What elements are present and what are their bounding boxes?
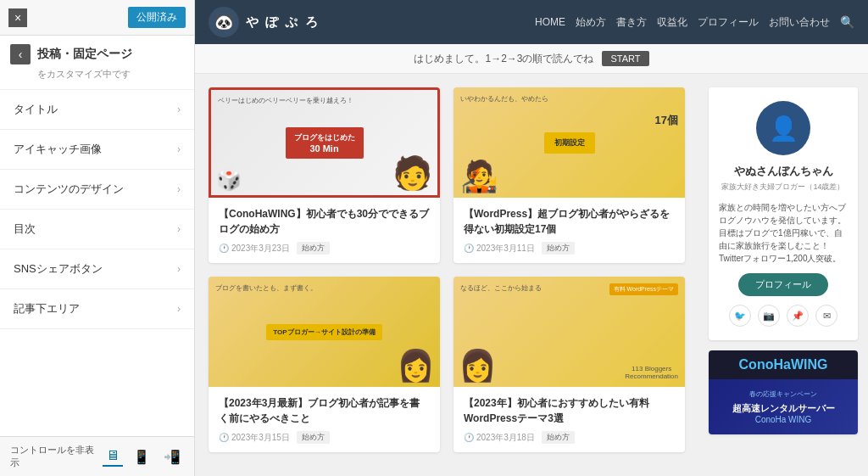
profile-avatar: 👤 bbox=[756, 101, 810, 155]
profile-button[interactable]: プロフィール bbox=[738, 273, 828, 296]
article-card-3[interactable]: ブログを書いたとも、まず書く。 TOPブロガー→サイト設計の準備 👩 【2023… bbox=[209, 277, 440, 452]
article-grid: ベリーはじめのベリーベリーを乗り越えろ！ ブログをはじめた30 Min 🧑 🎲 … bbox=[195, 74, 698, 476]
search-icon[interactable]: 🔍 bbox=[840, 15, 854, 29]
article-title-3: 【2023年3月最新】ブログ初心者が記事を書く前にやるべきこと bbox=[219, 395, 430, 426]
back-button[interactable]: ‹ bbox=[10, 44, 31, 64]
article-category-3: 始め方 bbox=[297, 431, 330, 444]
menu-list: タイトル › アイキャッチ画像 › コンテンツのデザイン › 目次 › SNSシ… bbox=[0, 90, 194, 436]
site-header: 🐼 や ぽ ぷ ろ HOME 始め方 書き方 収益化 プロフィール お問い合わせ… bbox=[195, 0, 868, 44]
ad-logo: ConoHaWING bbox=[715, 357, 851, 372]
nav-links: HOME 始め方 書き方 収益化 プロフィール お問い合わせ 🔍 bbox=[535, 15, 854, 30]
welcome-text: はじめまして。1→2→3の順で読んでね bbox=[414, 52, 593, 66]
thumb-overlay-2: いやわかるんだも、やめたら bbox=[460, 94, 548, 104]
article-meta-4: 🕐 2023年3月18日 始め方 bbox=[464, 431, 675, 444]
article-meta-2: 🕐 2023年3月11日 始め方 bbox=[464, 242, 675, 255]
desktop-view-button[interactable]: 🖥 bbox=[103, 446, 123, 467]
start-button[interactable]: START bbox=[602, 51, 648, 66]
content-area: ベリーはじめのベリーベリーを乗り越えろ！ ブログをはじめた30 Min 🧑 🎲 … bbox=[195, 74, 868, 476]
nav-profile[interactable]: プロフィール bbox=[698, 15, 759, 30]
clock-icon-1: 🕐 bbox=[219, 244, 229, 253]
thumb-figure-2: 🧑‍🎤 bbox=[460, 159, 498, 194]
email-icon[interactable]: ✉ bbox=[815, 305, 837, 327]
article-category-1: 始め方 bbox=[297, 242, 330, 255]
chevron-icon: › bbox=[177, 104, 181, 115]
thumb-figure-1: 🧑 bbox=[392, 154, 432, 192]
thumb-label-2: 初期設定 bbox=[544, 132, 595, 154]
close-button[interactable]: × bbox=[8, 8, 27, 27]
profile-desc: 家族との時間を増やしたい方へブログノウハウを発信しています。目標はブログで1億円… bbox=[719, 201, 848, 265]
profile-sub: 家族大好き夫婦ブロガー（14歳差） bbox=[719, 182, 848, 193]
article-meta-3: 🕐 2023年3月15日 始め方 bbox=[219, 431, 430, 444]
chevron-icon: › bbox=[177, 183, 181, 195]
nav-start[interactable]: 始め方 bbox=[576, 15, 606, 30]
menu-item-toc[interactable]: 目次 › bbox=[0, 210, 194, 249]
article-thumbnail-1: ベリーはじめのベリーベリーを乗り越えろ！ ブログをはじめた30 Min 🧑 🎲 bbox=[209, 87, 440, 198]
thumb-overlay-1: ベリーはじめのベリーベリーを乗り越えろ！ bbox=[218, 97, 395, 105]
avatar-icon: 👤 bbox=[769, 115, 798, 143]
article-thumbnail-2: いやわかるんだも、やめたら 🧑‍🎤 初期設定 17個 bbox=[453, 87, 685, 198]
nav-write[interactable]: 書き方 bbox=[616, 15, 647, 30]
thumb-label-3: TOPブロガー→サイト設計の準備 bbox=[266, 324, 381, 340]
panel-bottom-bar: コントロールを非表示 🖥 📱 📲 bbox=[0, 436, 194, 476]
article-thumbnail-4: なるほど、ここから始まる 有料 WordPressテーマ 113 Blogger… bbox=[453, 277, 685, 387]
mobile-view-button[interactable]: 📲 bbox=[160, 447, 184, 467]
article-body-1: 【ConoHaWING】初心者でも30分でできるブログの始め方 🕐 2023年3… bbox=[209, 198, 440, 263]
thumb-overlay-3: ブログを書いたとも、まず書く。 bbox=[215, 283, 317, 293]
chevron-icon: › bbox=[177, 303, 181, 315]
article-body-2: 【WordPress】超ブログ初心者がやらざるを得ない初期設定17個 🕐 202… bbox=[453, 198, 685, 263]
ad-main-text: 超高速レンタルサーバー bbox=[732, 402, 835, 415]
published-button[interactable]: 公開済み bbox=[128, 7, 186, 28]
preview-area: 🐼 や ぽ ぷ ろ HOME 始め方 書き方 収益化 プロフィール お問い合わせ… bbox=[195, 0, 868, 476]
panel-title: 投稿・固定ページ bbox=[37, 47, 132, 62]
article-title-4: 【2023年】初心者におすすめしたい有料WordPressテーマ3選 bbox=[464, 395, 675, 426]
article-card-4[interactable]: なるほど、ここから始まる 有料 WordPressテーマ 113 Blogger… bbox=[453, 277, 685, 452]
thumb-label-1: ブログをはじめた30 Min bbox=[286, 127, 364, 159]
panel-subtitle: をカスタマイズ中です bbox=[0, 68, 194, 89]
article-card-1[interactable]: ベリーはじめのベリーベリーを乗り越えろ！ ブログをはじめた30 Min 🧑 🎲 … bbox=[209, 87, 440, 263]
pinterest-icon[interactable]: 📌 bbox=[787, 305, 809, 327]
site-logo: 🐼 や ぽ ぷ ろ bbox=[209, 7, 320, 37]
thumb-count-4: 113 BloggersRecommendation bbox=[625, 365, 678, 380]
article-thumbnail-3: ブログを書いたとも、まず書く。 TOPブロガー→サイト設計の準備 👩 bbox=[209, 277, 440, 387]
panel-top-bar: × 公開済み bbox=[0, 0, 194, 36]
menu-item-sns[interactable]: SNSシェアボタン › bbox=[0, 249, 194, 289]
menu-item-article-bottom[interactable]: 記事下エリア › bbox=[0, 289, 194, 329]
article-title-1: 【ConoHaWING】初心者でも30分でできるブログの始め方 bbox=[219, 206, 430, 237]
panel-title-section: ‹ 投稿・固定ページ bbox=[0, 36, 194, 68]
welcome-bar: はじめまして。1→2→3の順で読んでね START bbox=[195, 44, 868, 74]
article-date-1: 🕐 2023年3月23日 bbox=[219, 243, 290, 255]
ad-campaign-text: 春の応援キャンペーン bbox=[749, 389, 817, 399]
chevron-icon: › bbox=[177, 143, 181, 155]
thumb-count-2: 17個 bbox=[655, 113, 678, 128]
article-meta-1: 🕐 2023年3月23日 始め方 bbox=[219, 242, 430, 255]
twitter-icon[interactable]: 🐦 bbox=[729, 305, 751, 327]
nav-monetize[interactable]: 収益化 bbox=[657, 15, 687, 30]
article-card-2[interactable]: いやわかるんだも、やめたら 🧑‍🎤 初期設定 17個 【WordPress】超ブ… bbox=[453, 87, 685, 263]
menu-item-eyecatch[interactable]: アイキャッチ画像 › bbox=[0, 130, 194, 170]
article-title-2: 【WordPress】超ブログ初心者がやらざるを得ない初期設定17個 bbox=[464, 206, 675, 237]
nav-contact[interactable]: お問い合わせ bbox=[769, 15, 830, 30]
thumb-figure-3: 👩 bbox=[397, 348, 435, 384]
article-body-4: 【2023年】初心者におすすめしたい有料WordPressテーマ3選 🕐 202… bbox=[453, 387, 685, 452]
menu-item-content-design[interactable]: コンテンツのデザイン › bbox=[0, 170, 194, 210]
chevron-icon: › bbox=[177, 263, 181, 275]
thumb-badge-4: 有料 WordPressテーマ bbox=[609, 283, 678, 295]
menu-item-title[interactable]: タイトル › bbox=[0, 90, 194, 130]
article-date-3: 🕐 2023年3月15日 bbox=[219, 432, 290, 444]
profile-card: 👤 やぬさんぼんちゃん 家族大好き夫婦ブロガー（14歳差） 家族との時間を増やし… bbox=[709, 87, 858, 340]
clock-icon-3: 🕐 bbox=[219, 433, 229, 442]
clock-icon-2: 🕐 bbox=[464, 244, 474, 253]
article-body-3: 【2023年3月最新】ブログ初心者が記事を書く前にやるべきこと 🕐 2023年3… bbox=[209, 387, 440, 452]
profile-name: やぬさんぼんちゃん bbox=[719, 164, 848, 179]
article-date-4: 🕐 2023年3月18日 bbox=[464, 432, 535, 444]
customizer-panel: × 公開済み ‹ 投稿・固定ページ をカスタマイズ中です タイトル › アイキャ… bbox=[0, 0, 195, 476]
chevron-icon: › bbox=[177, 223, 181, 235]
instagram-icon[interactable]: 📷 bbox=[758, 305, 780, 327]
ad-banner[interactable]: ConoHaWING 春の応援キャンペーン 超高速レンタルサーバー ConoHa… bbox=[709, 350, 858, 434]
article-category-4: 始め方 bbox=[542, 431, 575, 444]
tablet-view-button[interactable]: 📱 bbox=[130, 447, 153, 467]
profile-social: 🐦 📷 📌 ✉ bbox=[719, 305, 848, 327]
nav-home[interactable]: HOME bbox=[535, 16, 565, 28]
article-category-2: 始め方 bbox=[542, 242, 575, 255]
right-sidebar: 👤 やぬさんぼんちゃん 家族大好き夫婦ブロガー（14歳差） 家族との時間を増やし… bbox=[698, 74, 868, 476]
